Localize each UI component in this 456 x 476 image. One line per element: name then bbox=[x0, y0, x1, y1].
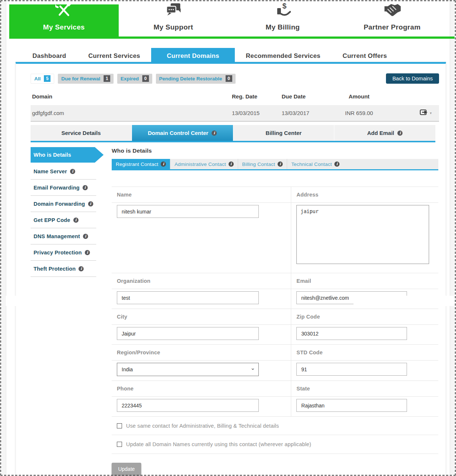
region-province-label: Region/Province bbox=[112, 345, 291, 360]
tab-label: Billing Contact bbox=[242, 161, 275, 167]
tab-label: Add Email bbox=[367, 130, 394, 136]
filter-expired[interactable]: Expired 0 bbox=[117, 74, 152, 84]
std-code-field[interactable] bbox=[296, 363, 407, 376]
billing-hand-icon: $ bbox=[275, 2, 291, 19]
filter-due-for-renewal[interactable]: Due for Renewal 1 bbox=[58, 74, 114, 84]
region-select-wrap: India ⌄ bbox=[117, 363, 259, 376]
top-navigation: My Services My Support $ My Billing bbox=[9, 4, 447, 37]
subnav-dashboard[interactable]: Dashboard bbox=[21, 48, 77, 64]
filter-label: Expired bbox=[121, 76, 139, 81]
info-icon[interactable] bbox=[73, 218, 79, 223]
subnav-current-offers[interactable]: Current Offers bbox=[331, 48, 398, 64]
right-edge-strip bbox=[450, 1, 454, 475]
phone-field[interactable] bbox=[117, 399, 259, 412]
tab-label: Registrant Contact bbox=[116, 161, 158, 167]
topnav-my-support[interactable]: My Support bbox=[119, 4, 228, 37]
sidebar-item-name-server[interactable]: Name Server bbox=[31, 163, 96, 180]
address-field[interactable]: jaipur bbox=[296, 205, 429, 264]
tab-billing-center[interactable]: Billing Center bbox=[233, 125, 335, 141]
tab-technical-contact[interactable]: Technical Contact bbox=[287, 159, 344, 169]
info-icon[interactable] bbox=[397, 131, 403, 136]
info-icon[interactable] bbox=[79, 266, 84, 271]
info-icon[interactable] bbox=[85, 250, 90, 255]
info-icon[interactable] bbox=[229, 161, 234, 167]
subnav-label: Current Services bbox=[88, 52, 140, 60]
update-all-domains-checkbox[interactable] bbox=[117, 442, 122, 447]
renew-action-icon[interactable] bbox=[420, 109, 429, 118]
same-contact-row: Use same contact for Administrative, Bil… bbox=[112, 416, 438, 435]
update-button[interactable]: Update bbox=[112, 463, 141, 475]
topnav-label: My Services bbox=[43, 23, 85, 31]
filter-label: Pending Delete Restorable bbox=[159, 76, 222, 81]
name-field[interactable] bbox=[117, 205, 259, 218]
screenshot-seam bbox=[354, 296, 455, 306]
sidebar-item-label: Who is Details bbox=[34, 152, 71, 158]
filter-label: Due for Renewal bbox=[61, 76, 100, 81]
sidebar-item-who-is-details[interactable]: Who is Details bbox=[31, 147, 104, 163]
subnav-label: Current Domains bbox=[167, 52, 219, 60]
back-to-domains-button[interactable]: Back to Domains bbox=[386, 73, 439, 84]
sidebar: Who is Details Name Server Email Forward… bbox=[31, 147, 104, 277]
chat-bubbles-icon bbox=[165, 2, 181, 19]
due-date: 13/03/2017 bbox=[282, 110, 333, 116]
page-title: Who is Details bbox=[112, 147, 438, 154]
std-code-label: STD Code bbox=[291, 345, 438, 360]
subnav-current-domains[interactable]: Current Domains bbox=[151, 48, 234, 64]
update-all-domains-row: Update all Domain Names currently using … bbox=[112, 435, 438, 454]
sidebar-item-domain-forwarding[interactable]: Domain Forwarding bbox=[31, 196, 96, 212]
info-icon[interactable] bbox=[212, 131, 217, 136]
contact-tabs: Registrant Contact Administrative Contac… bbox=[112, 159, 438, 170]
topnav-partner-program[interactable]: Partner Program bbox=[337, 4, 447, 37]
tab-service-details[interactable]: Service Details bbox=[31, 125, 132, 141]
tab-registrant-contact[interactable]: Registrant Contact bbox=[112, 159, 170, 169]
info-icon[interactable] bbox=[70, 169, 75, 174]
tab-label: Service Details bbox=[62, 130, 101, 136]
info-icon[interactable] bbox=[334, 161, 340, 167]
chevron-down-icon[interactable]: ▾ bbox=[430, 111, 432, 115]
zip-code-field[interactable] bbox=[296, 327, 407, 340]
tab-domain-control-center[interactable]: Domain Control Center bbox=[132, 125, 233, 141]
topnav-my-services[interactable]: My Services bbox=[9, 4, 119, 37]
tab-administrative-contact[interactable]: Administrative Contact bbox=[170, 159, 238, 169]
svg-text:$: $ bbox=[282, 2, 286, 10]
organization-field[interactable] bbox=[117, 291, 259, 304]
sidebar-item-label: Get EPP Code bbox=[34, 217, 70, 223]
sidebar-item-get-epp-code[interactable]: Get EPP Code bbox=[31, 212, 96, 228]
subnav-recommended-services[interactable]: Recommended Services bbox=[235, 48, 332, 64]
city-field[interactable] bbox=[117, 327, 259, 340]
state-field[interactable] bbox=[296, 399, 407, 412]
header-reg-date: Reg. Date bbox=[232, 93, 282, 100]
info-icon[interactable] bbox=[161, 161, 166, 167]
sidebar-item-label: Theft Protection bbox=[34, 266, 76, 272]
info-icon[interactable] bbox=[83, 185, 88, 190]
sidebar-item-privacy-protection[interactable]: Privacy Protection bbox=[31, 244, 96, 261]
filter-pending-delete[interactable]: Pending Delete Restorable 0 bbox=[156, 74, 236, 84]
count-badge: 0 bbox=[226, 75, 232, 82]
table-row: gdfgfgdf.com 13/03/2015 13/03/2017 INR 6… bbox=[31, 105, 439, 122]
tab-billing-contact[interactable]: Billing Contact bbox=[238, 159, 287, 169]
info-icon[interactable] bbox=[83, 234, 88, 239]
sidebar-item-label: Privacy Protection bbox=[34, 250, 82, 256]
state-label: State bbox=[291, 381, 438, 396]
sidebar-item-theft-protection[interactable]: Theft Protection bbox=[31, 261, 96, 277]
count-badge: 5 bbox=[44, 75, 51, 82]
filter-all[interactable]: All 5 bbox=[31, 74, 54, 84]
subnav-label: Recommended Services bbox=[246, 52, 321, 60]
topnav-my-billing[interactable]: $ My Billing bbox=[228, 4, 338, 37]
email-label: Email bbox=[291, 273, 438, 289]
screenshot-seam bbox=[6, 296, 108, 306]
sidebar-item-dns-management[interactable]: DNS Management bbox=[31, 228, 96, 244]
subnav-current-services[interactable]: Current Services bbox=[77, 48, 152, 64]
sidebar-item-email-forwarding[interactable]: Email Forwarding bbox=[31, 180, 96, 196]
filter-label: All bbox=[34, 76, 41, 81]
subnav-label: Dashboard bbox=[32, 52, 66, 60]
region-select[interactable]: India bbox=[117, 363, 259, 376]
info-icon[interactable] bbox=[88, 201, 93, 206]
info-icon[interactable] bbox=[278, 161, 283, 167]
content-area: Who is Details Name Server Email Forward… bbox=[31, 147, 438, 475]
header-domain: Domain bbox=[31, 93, 232, 100]
amount: INR 659.00 bbox=[333, 110, 385, 116]
same-contact-checkbox[interactable] bbox=[117, 423, 122, 428]
tab-add-email[interactable]: Add Email bbox=[334, 125, 435, 141]
topnav-label: My Billing bbox=[266, 23, 300, 31]
